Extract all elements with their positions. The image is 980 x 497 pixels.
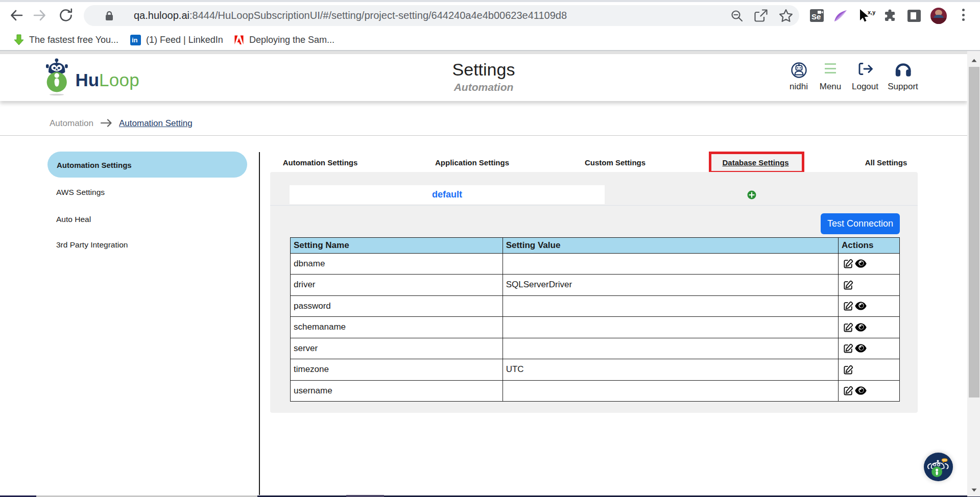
- svg-text:x,y: x,y: [868, 9, 875, 15]
